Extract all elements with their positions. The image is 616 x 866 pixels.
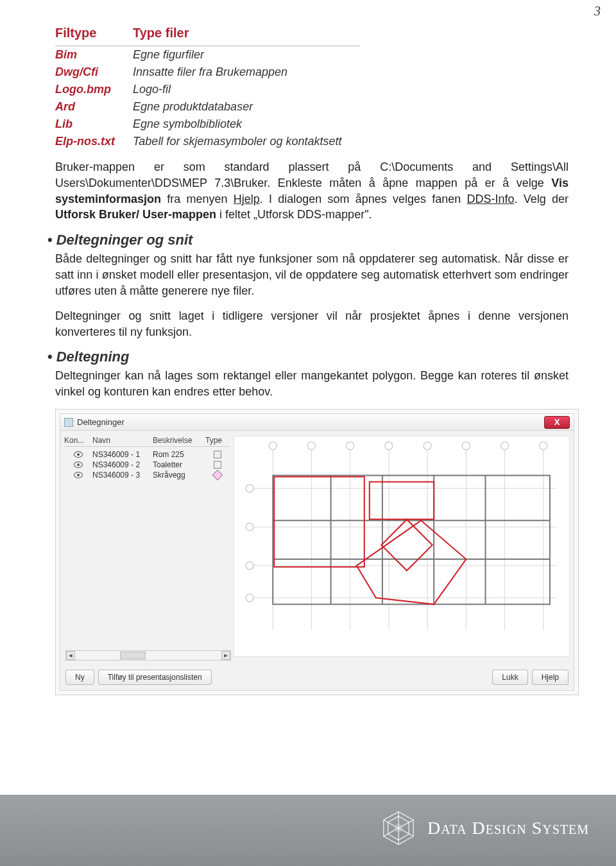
svg-marker-33 bbox=[357, 521, 466, 605]
ft-desc: Egne produktdatabaser bbox=[133, 98, 360, 116]
svg-rect-31 bbox=[274, 477, 364, 567]
svg-point-16 bbox=[424, 442, 431, 449]
section-heading-deltegning: •Deltegning bbox=[47, 349, 569, 365]
svg-point-23 bbox=[246, 594, 253, 602]
typefiler-col-header: Type filer bbox=[133, 24, 360, 46]
row-desc: Skråvegg bbox=[153, 471, 205, 480]
tilfoy-button[interactable]: Tilføy til presentasjonslisten bbox=[98, 670, 212, 685]
col-beskrivelse[interactable]: Beskrivelse bbox=[153, 436, 205, 445]
ft-name: Bim bbox=[55, 46, 133, 64]
bullet-icon: • bbox=[47, 349, 53, 365]
list-item[interactable]: NS346009 - 1 Rom 225 bbox=[64, 449, 230, 460]
ft-desc: Egne symbolbibliotek bbox=[133, 116, 360, 133]
svg-point-18 bbox=[501, 442, 509, 449]
ft-name: Logo.bmp bbox=[55, 81, 133, 98]
text: Bruker-mappen er som standard plassert p… bbox=[55, 160, 569, 189]
ft-name: Elp-nos.txt bbox=[55, 133, 133, 150]
svg-point-13 bbox=[307, 442, 315, 449]
ft-desc: Egne figurfiler bbox=[133, 46, 360, 64]
ft-desc: Innsatte filer fra Brukemappen bbox=[133, 64, 360, 81]
svg-point-20 bbox=[246, 485, 253, 492]
ft-desc: Logo-fil bbox=[133, 81, 360, 98]
type-rect-icon bbox=[214, 451, 221, 458]
ny-button[interactable]: Ny bbox=[65, 670, 94, 685]
lukk-button[interactable]: Lukk bbox=[492, 670, 527, 685]
row-desc: Toaletter bbox=[153, 460, 205, 469]
window-title: Deltegninger bbox=[77, 417, 124, 427]
hjelp-button[interactable]: Hjelp bbox=[532, 670, 569, 685]
section1-para2: Deltegninger og snitt laget i tidligere … bbox=[55, 308, 569, 340]
ft-name: Ard bbox=[55, 98, 133, 116]
svg-point-40 bbox=[395, 824, 402, 832]
svg-point-14 bbox=[346, 442, 354, 449]
text: . Velg der bbox=[515, 193, 569, 205]
row-name: NS346009 - 3 bbox=[92, 471, 153, 480]
row-desc: Rom 225 bbox=[153, 450, 205, 459]
eye-icon bbox=[74, 472, 83, 478]
window-titlebar: Deltegninger X bbox=[60, 414, 574, 431]
intro-paragraph: Bruker-mappen er som standard plassert p… bbox=[55, 159, 569, 223]
svg-point-15 bbox=[385, 442, 393, 449]
row-name: NS346009 - 1 bbox=[92, 450, 153, 459]
col-navn[interactable]: Navn bbox=[92, 436, 153, 445]
bold-text: Utforsk Bruker/ User-mappen bbox=[55, 208, 216, 221]
type-polygon-icon bbox=[212, 470, 223, 481]
section1-para1: Både deltegninger og snitt har fått nye … bbox=[55, 251, 569, 299]
text: i feltet „Utforsk DDS-mapper". bbox=[216, 208, 372, 221]
section-title-text: Deltegning bbox=[56, 349, 130, 365]
svg-point-22 bbox=[246, 562, 253, 569]
section-title-text: Deltegninger og snit bbox=[56, 232, 193, 248]
footer-bar: Data Design System bbox=[0, 797, 616, 866]
ft-name: Dwg/Cfi bbox=[55, 64, 133, 81]
row-name: NS346009 - 2 bbox=[92, 460, 153, 469]
svg-rect-24 bbox=[273, 476, 550, 605]
svg-rect-32 bbox=[370, 482, 434, 519]
col-type[interactable]: Type bbox=[205, 436, 230, 445]
scroll-right-icon[interactable]: ► bbox=[221, 651, 230, 660]
window-icon bbox=[64, 418, 73, 427]
underline-link: Hjelp bbox=[234, 193, 260, 205]
brand-name: Data Design System bbox=[427, 818, 589, 838]
eye-icon bbox=[74, 451, 83, 458]
floorplan-preview[interactable] bbox=[234, 436, 570, 657]
scroll-left-icon[interactable]: ◄ bbox=[66, 651, 75, 660]
page-number: 3 bbox=[594, 4, 601, 19]
ft-name: Lib bbox=[55, 116, 133, 133]
dialog-screenshot: Deltegninger X Kon... Navn Beskrivelse T… bbox=[55, 409, 579, 695]
svg-point-12 bbox=[269, 442, 277, 449]
col-kon[interactable]: Kon... bbox=[64, 436, 92, 445]
filetype-table: Filtype Type filer BimEgne figurfiler Dw… bbox=[55, 24, 360, 150]
list-item[interactable]: NS346009 - 3 Skråvegg bbox=[64, 470, 230, 480]
ft-desc: Tabell for skjemasymboler og kontaktsett bbox=[133, 133, 360, 150]
list-scrollbar[interactable]: ◄ ► bbox=[65, 650, 231, 661]
type-rect-icon bbox=[214, 461, 221, 469]
text: fra menyen bbox=[161, 193, 234, 205]
svg-point-21 bbox=[246, 523, 253, 531]
filetype-col-header: Filtype bbox=[55, 24, 133, 46]
svg-point-17 bbox=[462, 442, 470, 449]
underline-link: DDS-Info bbox=[466, 193, 514, 205]
svg-point-19 bbox=[540, 442, 547, 449]
section2-para1: Deltegninger kan nå lages som rektangel … bbox=[55, 368, 569, 400]
close-button[interactable]: X bbox=[544, 416, 570, 429]
scroll-thumb[interactable] bbox=[120, 652, 146, 659]
brand-logo-icon bbox=[380, 810, 417, 847]
eye-icon bbox=[74, 462, 83, 468]
section-heading-deltegninger-og-snit: •Deltegninger og snit bbox=[47, 232, 569, 248]
bullet-icon: • bbox=[47, 232, 53, 248]
text: . I dialogen som åpnes velges fanen bbox=[260, 193, 467, 205]
list-panel: Kon... Navn Beskrivelse Type NS346009 - … bbox=[60, 431, 234, 662]
list-header: Kon... Navn Beskrivelse Type bbox=[64, 436, 230, 447]
list-item[interactable]: NS346009 - 2 Toaletter bbox=[64, 460, 230, 470]
